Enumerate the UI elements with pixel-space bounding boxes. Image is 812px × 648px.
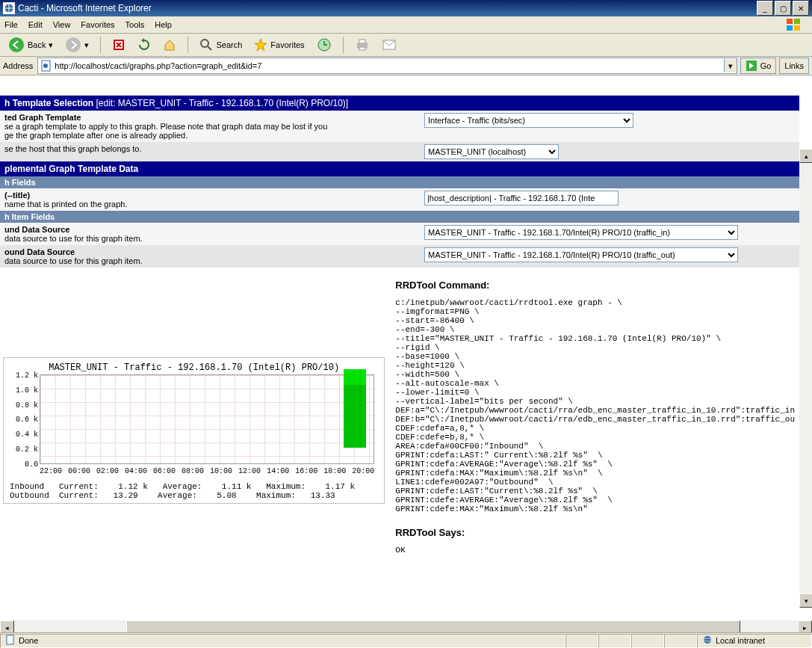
rrd-says-text: OK [395,546,795,555]
minimize-button[interactable]: _ [757,1,773,16]
stop-button[interactable] [108,35,129,55]
inbound-area [344,369,366,448]
section1-sub: [edit: MASTER_UNIT - Traffic - 192.168.1… [96,98,348,108]
zone-text: Local intranet [716,636,765,645]
ds-out-desc: data source to use for this graph item. [4,256,143,265]
vertical-scrollbar[interactable]: ▴ ▾ [799,149,812,608]
status-text: Done [19,636,38,645]
window-titlebar: Cacti - Microsoft Internet Explorer _ ▢ … [0,0,812,16]
plot-area [40,374,374,464]
links-label: Links [784,61,804,70]
menu-favorites[interactable]: Favorites [81,20,114,29]
section2-title: plemental Graph Template Data [4,164,138,174]
address-dropdown-button[interactable]: ▾ [724,59,737,72]
print-icon [355,38,370,52]
mail-icon [382,39,397,51]
svg-point-19 [704,636,711,644]
back-label: Back [28,40,46,49]
menu-help[interactable]: Help [155,20,172,29]
stop-icon [112,38,125,52]
rrd-command-heading: RRDTool Command: [395,280,795,291]
svg-rect-18 [7,635,13,644]
favorites-button[interactable]: Favorites [250,35,308,55]
svg-rect-4 [794,25,800,31]
windows-logo-icon [779,17,808,32]
scroll-up-button[interactable]: ▴ [799,149,812,163]
zone-icon [702,635,713,647]
menu-edit[interactable]: Edit [28,20,43,29]
subheader-item-fields: h Item Fields [0,211,799,223]
search-button[interactable]: Search [196,35,246,55]
menu-view[interactable]: View [53,20,71,29]
svg-point-5 [9,37,24,52]
star-icon [254,38,267,52]
graph-template-select[interactable]: Interface - Traffic (bits/sec) [424,113,633,128]
address-input[interactable] [55,61,723,70]
chevron-down-icon: ▾ [84,40,89,50]
graph-preview: MASTER_UNIT - Traffic - 192.168.1.70 (In… [3,357,385,504]
scroll-thumb[interactable] [126,620,740,633]
ds-in-desc: data source to use for this graph item. [4,234,143,243]
window-title: Cacti - Microsoft Internet Explorer [18,3,757,13]
host-select[interactable]: MASTER_UNIT (localhost) [424,144,559,159]
address-bar: Address ▾ Go Links [0,57,812,75]
svg-point-6 [66,37,81,52]
section1-title: h Template Selection [4,98,93,108]
graph-legend: Inbound Current: 1.12 k Average: 1.11 k … [4,479,384,503]
svg-point-16 [43,64,48,68]
home-icon [163,38,176,52]
back-button[interactable]: Back ▾ [4,35,57,55]
top-strip [0,75,799,96]
ds-in-label: und Data Source [4,225,415,234]
title-input[interactable] [424,191,619,206]
subheader-graph-fields: h Fields [0,176,799,188]
go-button[interactable]: Go [740,58,777,74]
scroll-down-button[interactable]: ▾ [799,593,812,608]
svg-point-8 [201,40,208,47]
horizontal-scrollbar[interactable]: ◂ ▸ [0,620,812,633]
close-button[interactable]: ✕ [793,1,809,16]
ds-out-label: ound Data Source [4,247,415,256]
status-bar: Done Local intranet [0,632,812,648]
toolbar: Back ▾ ▾ Search Favorites [0,34,812,57]
home-button[interactable] [159,35,180,55]
content-viewport: h Template Selection [edit: MASTER_UNIT … [0,75,812,635]
mail-button[interactable] [378,35,400,55]
history-button[interactable] [313,35,335,55]
section-template-selection: h Template Selection [edit: MASTER_UNIT … [0,96,799,111]
y-axis-labels: 1.2 k 1.0 k 0.8 k 0.6 k 0.4 k 0.2 k 0.0 [10,371,38,469]
back-icon [8,37,25,53]
page-icon [40,60,52,72]
menu-tools[interactable]: Tools [125,20,145,29]
search-icon [199,38,213,52]
graph-template-label: ted Graph Template [4,113,415,122]
menu-file[interactable]: File [4,20,18,29]
go-icon [746,60,757,72]
refresh-icon [137,38,151,52]
forward-button[interactable]: ▾ [61,35,93,55]
search-label: Search [216,40,242,49]
menu-bar: File Edit View Favorites Tools Help [0,16,812,34]
address-label: Address [3,61,34,70]
maximize-button[interactable]: ▢ [775,1,791,16]
ds-in-select[interactable]: MASTER_UNIT - Traffic - 192.168.1.70/Int… [424,225,738,240]
print-button[interactable] [351,35,374,55]
graph-template-desc: se a graph template to apply to this gra… [4,122,327,140]
svg-rect-2 [794,19,800,24]
title-field-label: (--title) [4,191,415,200]
host-desc: se the host that this graph belongs to. [4,144,141,153]
go-label: Go [760,61,772,70]
rrd-command-text: c:/inetpub/wwwroot/cacti/rrdtool.exe gra… [395,298,795,513]
favorites-label: Favorites [270,40,304,49]
svg-line-9 [208,46,211,50]
title-field-desc: name that is printed on the graph. [4,200,128,209]
svg-rect-13 [359,47,365,50]
links-toolbar[interactable]: Links [779,58,809,74]
page-icon [5,635,16,647]
ds-out-select[interactable]: MASTER_UNIT - Traffic - 192.168.1.70/Int… [424,247,738,262]
page-content: h Template Selection [edit: MASTER_UNIT … [0,75,799,555]
x-axis-labels: 22:00 00:00 02:00 04:00 06:00 08:00 10:0… [40,467,374,479]
refresh-button[interactable] [134,35,155,55]
svg-rect-3 [787,25,793,31]
section-supplemental: plemental Graph Template Data [0,161,799,176]
